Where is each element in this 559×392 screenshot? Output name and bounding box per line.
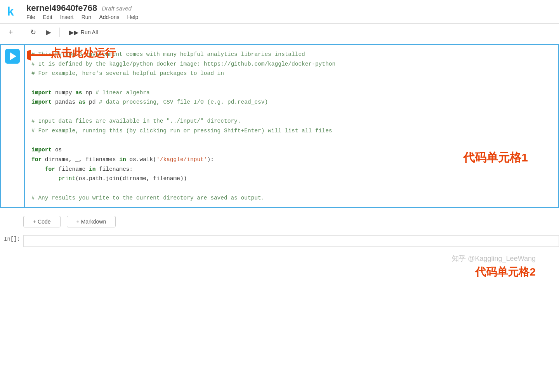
kernel-title-row: kernel49640fe768 Draft saved	[26, 3, 138, 13]
code-comment-4: # Input data files are available in the …	[31, 118, 241, 124]
code-import-1-comment: # linear algebra	[95, 90, 149, 96]
code-import-1-numpy: numpy	[52, 90, 75, 96]
code-for-in: in	[119, 156, 126, 163]
watermark-area: 知乎 @Kaggling_LeeWang 代码单元格2	[0, 250, 559, 279]
add-code-button[interactable]: + Code	[23, 216, 61, 227]
run-all-label: Run All	[81, 29, 98, 35]
code-import-2-kw: import	[31, 99, 52, 105]
code-import-1-kw: import	[31, 90, 52, 96]
code-print-args: (os.path.join(dirname, filename))	[75, 175, 187, 182]
kaggle-logo-icon: k	[6, 5, 20, 19]
code-for-path: '/kaggle/input'	[156, 156, 207, 163]
refresh-button[interactable]: ↻	[27, 26, 39, 38]
code-import-os-name: os	[52, 147, 62, 153]
menu-file[interactable]: File	[26, 14, 35, 20]
code-for2-var: filename	[55, 166, 89, 172]
in-cell-2: In[]:	[0, 232, 559, 250]
code-comment-3: # For example, here's several helpful pa…	[31, 70, 224, 76]
watermark-text: 知乎 @Kaggling_LeeWang	[452, 254, 536, 263]
code-import-2-as: as	[79, 99, 85, 105]
code-for2-filenames: filenames:	[95, 166, 133, 172]
menu-edit[interactable]: Edit	[43, 14, 52, 20]
code-import-2-comment: # data processing, CSV file I/O (e.g. pd…	[99, 99, 268, 105]
cell-gutter	[1, 45, 24, 207]
code-for-kw1: for	[31, 156, 42, 163]
run-cell-button[interactable]: ▶	[42, 26, 55, 38]
code-for-end: ):	[207, 156, 214, 163]
code-for2-kw: for	[45, 166, 55, 172]
play-icon	[10, 52, 16, 60]
add-cell-button[interactable]: +	[5, 26, 17, 38]
in-cell-input[interactable]	[23, 235, 559, 247]
code-import-2-pd: pd	[85, 99, 99, 105]
kernel-name: kernel49640fe768	[26, 3, 97, 13]
header: k kernel49640fe768 Draft saved File Edit…	[0, 0, 559, 24]
svg-text:k: k	[7, 5, 14, 18]
menu-addons[interactable]: Add-ons	[99, 14, 119, 20]
code-comment-1: # This Python 3 environment comes with m…	[31, 51, 305, 57]
add-markdown-button[interactable]: + Markdown	[67, 216, 116, 227]
annotation-cell2-text: 代码单元格2	[475, 265, 536, 279]
code-cell-1: # This Python 3 environment comes with m…	[0, 44, 559, 208]
code-import-1-as: as	[75, 90, 82, 96]
code-print-kw: print	[59, 175, 76, 182]
code-comment-6: # Any results you write to the current d…	[31, 195, 264, 201]
bottom-area: In[]: 知乎 @Kaggling_LeeWang 代码单元格2	[0, 232, 559, 295]
menu-help[interactable]: Help	[127, 14, 139, 20]
code-import-1-np: np	[82, 90, 96, 96]
run-all-button[interactable]: ▶▶ Run All	[64, 27, 102, 38]
code-for-vars: dirname, _, filenames	[42, 156, 119, 163]
draft-status: Draft saved	[102, 5, 132, 12]
menu-run[interactable]: Run	[82, 14, 92, 20]
cell-run-button[interactable]	[5, 49, 20, 64]
menu-insert[interactable]: Insert	[60, 14, 74, 20]
code-comment-5: # For example, running this (by clicking…	[31, 128, 332, 134]
add-cell-buttons: + Code + Markdown	[0, 211, 559, 232]
toolbar: + ↻ ▶ ▶▶ Run All	[0, 24, 559, 41]
code-for2-in: in	[89, 166, 95, 172]
header-info: kernel49640fe768 Draft saved File Edit I…	[26, 3, 138, 20]
code-for-walk: os.walk(	[126, 156, 156, 163]
menu-bar: File Edit Insert Run Add-ons Help	[26, 14, 138, 20]
run-all-icon: ▶▶	[69, 29, 78, 36]
toolbar-divider-2	[59, 28, 60, 37]
cell-code-content[interactable]: # This Python 3 environment comes with m…	[24, 45, 558, 207]
notebook: 点击此处运行 代码单元格1 # This Python 3 environmen…	[0, 41, 559, 295]
toolbar-divider-1	[22, 28, 22, 37]
in-label: In[]:	[0, 235, 23, 242]
code-comment-2: # It is defined by the kaggle/python doc…	[31, 61, 335, 67]
code-import-2-pandas: pandas	[52, 99, 79, 105]
code-import-os-kw: import	[31, 147, 52, 153]
